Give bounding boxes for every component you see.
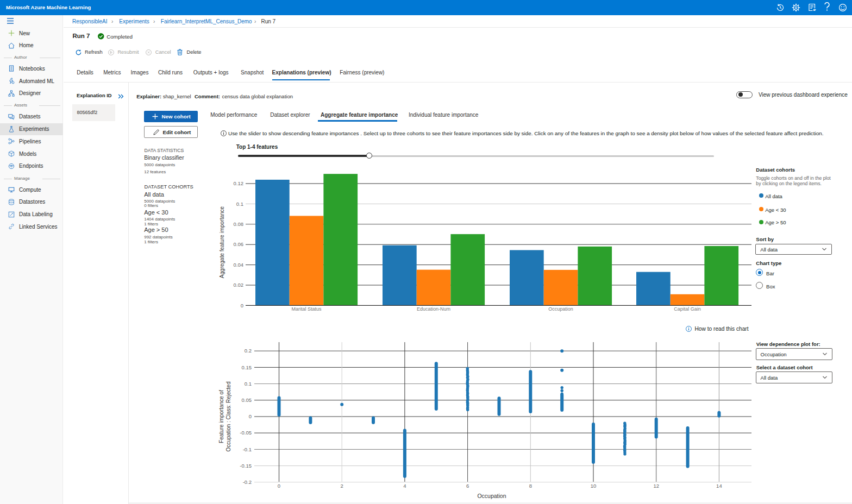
- svg-text:0.1: 0.1: [245, 381, 252, 387]
- svg-text:-0.05: -0.05: [240, 430, 252, 436]
- svg-text:Feature importance of: Feature importance of: [218, 390, 224, 443]
- svg-text:6: 6: [466, 483, 469, 489]
- svg-text:0: 0: [278, 483, 280, 489]
- svg-text:2: 2: [341, 483, 343, 489]
- svg-text:14: 14: [716, 483, 722, 489]
- svg-text:0.05: 0.05: [242, 397, 252, 403]
- svg-text:-0.15: -0.15: [240, 463, 252, 469]
- svg-text:10: 10: [591, 483, 597, 489]
- svg-text:0.2: 0.2: [245, 348, 252, 354]
- svg-text:-0.1: -0.1: [243, 446, 252, 452]
- svg-text:0: 0: [249, 413, 252, 419]
- svg-text:8: 8: [529, 483, 532, 489]
- svg-text:-0.2: -0.2: [243, 479, 252, 485]
- svg-text:Occupation : Class: Rejected: Occupation : Class: Rejected: [225, 382, 231, 452]
- svg-text:0.15: 0.15: [242, 364, 252, 370]
- svg-text:12: 12: [653, 483, 659, 489]
- svg-text:Occupation: Occupation: [477, 493, 506, 499]
- svg-text:4: 4: [403, 483, 406, 489]
